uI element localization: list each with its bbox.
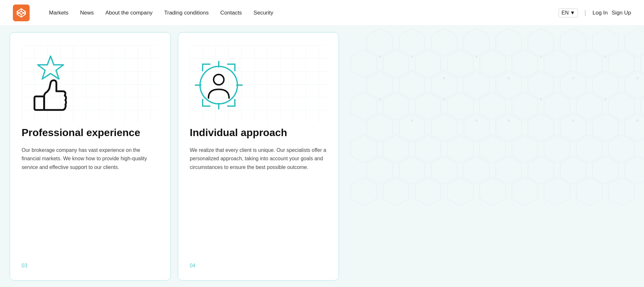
nav-about[interactable]: About the company — [105, 10, 152, 16]
card-number-individual: 04 — [190, 263, 327, 269]
nav-markets[interactable]: Markets — [49, 10, 68, 16]
nav-news[interactable]: News — [80, 10, 94, 16]
card-professional: Professional experience Our brokerage co… — [10, 32, 171, 281]
card-desc-individual: We realize that every client is unique. … — [190, 146, 327, 251]
individual-approach-icon — [190, 51, 248, 117]
lang-label: EN — [562, 10, 569, 16]
nav-contacts[interactable]: Contacts — [220, 10, 242, 16]
svg-marker-21 — [641, 50, 644, 78]
main-content: Professional experience Our brokerage co… — [0, 26, 644, 287]
divider: | — [584, 9, 586, 16]
main-nav: Markets News About the company Trading c… — [49, 10, 559, 16]
nav-trading[interactable]: Trading conditions — [164, 10, 208, 16]
card-desc-professional: Our brokerage company has vast experienc… — [22, 146, 159, 251]
nav-security[interactable]: Security — [254, 10, 273, 16]
svg-marker-95 — [38, 56, 63, 79]
card-icon-area-individual — [190, 45, 327, 123]
signup-button[interactable]: Sign Up — [612, 10, 631, 16]
card-title-individual: Individual approach — [190, 126, 327, 139]
header-right: EN ▼ | Log In Sign Up — [559, 8, 631, 17]
svg-point-85 — [637, 77, 639, 79]
svg-point-94 — [637, 120, 639, 122]
chevron-down-icon: ▼ — [570, 10, 575, 16]
svg-point-102 — [214, 74, 224, 85]
professional-icon — [22, 51, 80, 117]
card-individual: Individual approach We realize that ever… — [178, 32, 339, 281]
login-button[interactable]: Log In — [592, 10, 608, 16]
card-number-professional: 03 — [22, 263, 159, 269]
logo[interactable] — [13, 5, 30, 21]
card-icon-area-professional — [22, 45, 159, 123]
card-title-professional: Professional experience — [22, 126, 159, 139]
language-selector[interactable]: EN ▼ — [559, 8, 578, 17]
cards-container: Professional experience Our brokerage co… — [10, 32, 634, 281]
logo-icon — [13, 5, 30, 21]
svg-marker-40 — [641, 92, 644, 121]
svg-rect-96 — [34, 96, 44, 110]
header: Markets News About the company Trading c… — [0, 0, 644, 26]
